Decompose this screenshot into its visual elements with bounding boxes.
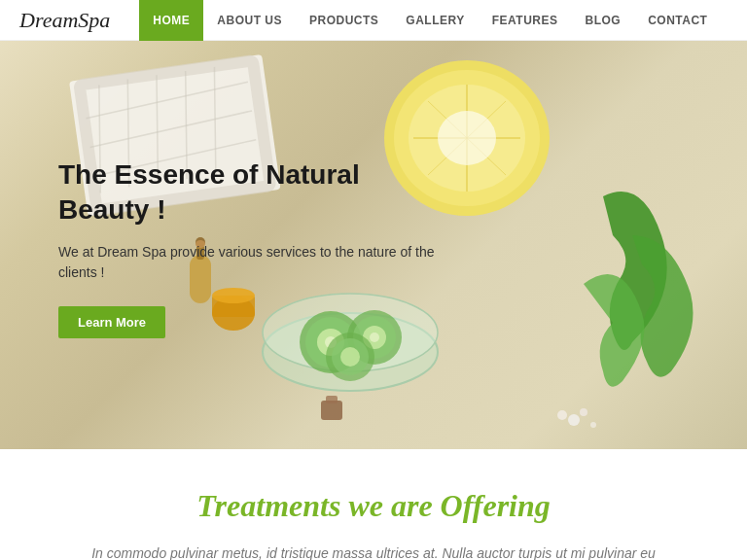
nav-item-gallery[interactable]: GALLERY [392,0,478,41]
brand-logo[interactable]: DreamSpa [19,8,110,33]
treatments-description: In commodo pulvinar metus, id tristique … [82,542,665,560]
nav-menu: HOME ABOUT US PRODUCTS GALLERY FEATURES … [139,0,721,41]
hero-subtitle: We at Dream Spa provide various services… [58,242,438,283]
nav-link-features[interactable]: FEATURES [479,0,572,41]
nav-link-products[interactable]: PRODUCTS [296,0,392,41]
nav-link-home[interactable]: HOME [139,0,203,41]
hero-content: The Essence of Natural Beauty ! We at Dr… [0,41,438,338]
nav-item-blog[interactable]: BLOG [571,0,634,41]
nav-item-products[interactable]: PRODUCTS [296,0,392,41]
nav-link-contact[interactable]: CONTACT [634,0,721,41]
hero-section: The Essence of Natural Beauty ! We at Dr… [0,41,747,449]
learn-more-button[interactable]: Learn More [58,306,165,338]
nav-item-contact[interactable]: CONTACT [634,0,721,41]
navbar: DreamSpa HOME ABOUT US PRODUCTS GALLERY … [0,0,747,41]
nav-item-features[interactable]: FEATURES [479,0,572,41]
nav-link-about[interactable]: ABOUT US [203,0,296,41]
treatments-section: Treatments we are Offering In commodo pu… [0,449,747,560]
nav-link-blog[interactable]: BLOG [571,0,634,41]
nav-link-gallery[interactable]: GALLERY [392,0,478,41]
nav-item-about[interactable]: ABOUT US [203,0,296,41]
nav-item-home[interactable]: HOME [139,0,203,41]
treatments-title: Treatments we are Offering [78,488,669,524]
hero-title: The Essence of Natural Beauty ! [58,158,438,228]
